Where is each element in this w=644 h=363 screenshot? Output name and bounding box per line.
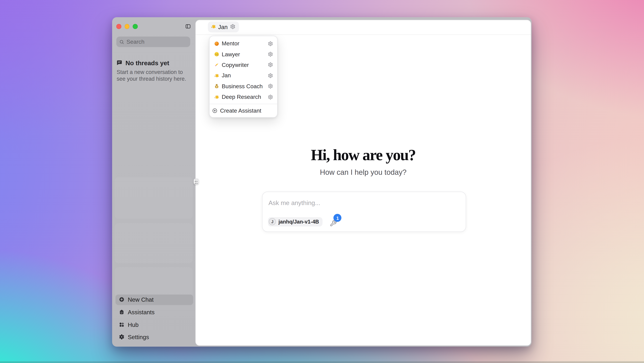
minimize-button[interactable] xyxy=(124,24,129,29)
hub-grid-icon xyxy=(119,322,124,328)
sidebar-item-settings[interactable]: Settings xyxy=(116,331,193,342)
plus-circle-filled-icon xyxy=(119,297,124,302)
assistant-menu: Mentor Lawyer Copywriter Jan xyxy=(209,36,278,118)
gear-icon[interactable] xyxy=(268,52,273,57)
gear-icon[interactable] xyxy=(268,84,273,89)
sidebar-item-new-chat[interactable]: New Chat xyxy=(116,294,193,305)
sidebar-ghost-panel xyxy=(114,267,193,297)
search-icon xyxy=(119,39,124,44)
assistant-name: Jan xyxy=(218,23,228,30)
sidebar-item-assistants[interactable]: Assistants xyxy=(116,307,193,317)
main-panel: Jan Mentor Lawyer Copywriter xyxy=(195,20,531,346)
sidebar-item-label: Assistants xyxy=(128,309,155,316)
gear-icon[interactable] xyxy=(268,95,273,100)
menu-item-deep-research[interactable]: Deep Research xyxy=(210,92,277,102)
menu-item-label: Mentor xyxy=(222,40,239,47)
screen-bottom-edge xyxy=(0,361,644,363)
menu-item-label: Deep Research xyxy=(222,94,261,100)
menu-item-jan[interactable]: Jan xyxy=(210,70,277,81)
menu-divider xyxy=(210,104,277,104)
desktop-background: No threads yet Start a new conversation … xyxy=(0,0,644,363)
gear-icon[interactable] xyxy=(268,41,273,46)
chat-input[interactable] xyxy=(268,199,458,206)
sidebar-ghost-panel xyxy=(114,223,193,263)
search-input[interactable] xyxy=(126,39,187,45)
menu-item-lawyer[interactable]: Lawyer xyxy=(210,49,277,60)
menu-item-mentor[interactable]: Mentor xyxy=(210,38,277,49)
gear-filled-icon xyxy=(119,334,124,340)
menu-item-label: Copywriter xyxy=(222,62,249,68)
empty-state-title: No threads yet xyxy=(126,59,169,66)
create-assistant-button[interactable]: Create Assistant xyxy=(210,105,277,117)
model-avatar: J xyxy=(269,218,276,225)
wave-emoji xyxy=(211,24,216,30)
wave-emoji xyxy=(214,73,219,78)
gear-icon[interactable] xyxy=(268,62,273,67)
menu-item-business-coach[interactable]: Business Coach xyxy=(210,81,277,91)
bot-icon xyxy=(119,309,124,315)
tools-count-badge: 1 xyxy=(334,214,342,222)
menu-item-label: Business Coach xyxy=(222,83,263,89)
money-bag-emoji xyxy=(214,84,219,89)
topbar: Jan xyxy=(196,20,531,35)
plus-circle-icon xyxy=(212,108,218,113)
zipper-mouth-emoji xyxy=(214,52,219,57)
menu-item-label: Lawyer xyxy=(222,51,240,58)
create-assistant-label: Create Assistant xyxy=(220,107,261,114)
hero-title: Hi, how are you? xyxy=(196,146,531,164)
sidebar-item-label: Settings xyxy=(128,333,149,340)
assistant-selector-button[interactable]: Jan xyxy=(208,21,239,32)
app-window: No threads yet Start a new conversation … xyxy=(112,17,532,347)
menu-item-label: Jan xyxy=(222,73,231,79)
menu-item-copywriter[interactable]: Copywriter xyxy=(210,60,277,70)
search-box[interactable] xyxy=(116,37,190,47)
sidebar-ghost-panel xyxy=(114,177,193,219)
threads-empty-state: No threads yet xyxy=(116,59,169,66)
empty-state-description: Start a new conversation to see your thr… xyxy=(116,69,190,83)
gear-icon[interactable] xyxy=(230,24,235,30)
orange-circle-emoji xyxy=(214,41,219,46)
zoom-button[interactable] xyxy=(133,24,138,29)
pencil-emoji xyxy=(214,62,219,67)
close-button[interactable] xyxy=(116,24,121,29)
message-square-icon xyxy=(116,60,122,66)
wave-emoji xyxy=(214,95,219,100)
pane-resize-handle[interactable] xyxy=(194,178,198,185)
panel-left-icon[interactable] xyxy=(185,24,191,30)
sidebar-item-hub[interactable]: Hub xyxy=(116,319,193,330)
model-selector-button[interactable]: J janhq/Jan-v1-4B xyxy=(268,217,322,226)
gear-icon[interactable] xyxy=(268,73,273,78)
sidebar-item-label: Hub xyxy=(128,321,138,328)
sidebar-item-label: New Chat xyxy=(128,296,154,303)
composer: J janhq/Jan-v1-4B 1 xyxy=(262,192,466,232)
hero-subtitle: How can I help you today? xyxy=(196,168,531,176)
model-name: janhq/Jan-v1-4B xyxy=(278,219,319,225)
